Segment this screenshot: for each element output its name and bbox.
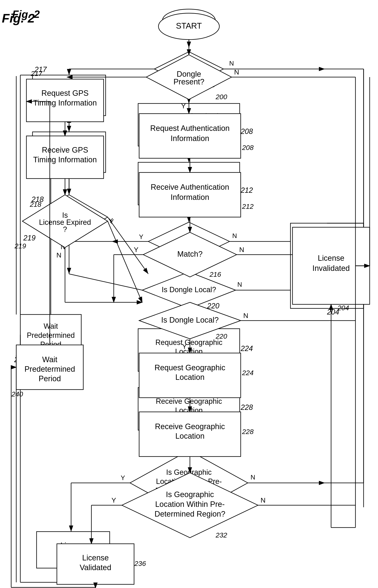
- lic-valid-t2: Validated: [80, 563, 111, 572]
- label-217: 217: [31, 70, 43, 77]
- label-228: 228: [242, 428, 254, 435]
- wait-t2: Predetermined: [24, 365, 75, 373]
- geo-within-t3: Determined Region?: [155, 510, 226, 518]
- y-dongle-present: Y: [181, 102, 186, 110]
- recv-auth-t2: Information: [171, 193, 209, 202]
- fig-label: Fig. 2: [2, 11, 35, 25]
- dongle-local-text: Is Dongle Local?: [161, 316, 218, 324]
- n-dongle-local: N: [243, 312, 248, 319]
- n-geo-within: N: [261, 496, 266, 504]
- n-match: N: [239, 246, 244, 254]
- recv-gps-t1: Receive GPS: [42, 146, 88, 154]
- label-216: 216: [209, 270, 221, 278]
- req-auth-t2: Information: [171, 134, 209, 143]
- req-gps-t2: Timing Information: [33, 99, 97, 107]
- start-text: START: [176, 21, 202, 30]
- req-geo-t1: Request Geographic: [155, 363, 226, 372]
- geo-within-t2: Location Within Pre-: [155, 500, 225, 509]
- label-224: 224: [242, 369, 254, 377]
- wait-t3: Period: [39, 374, 61, 383]
- lic-valid-t1: License: [82, 553, 109, 562]
- lic-invalid-t2: Invalidated: [312, 264, 350, 272]
- recv-geo-t2: Location: [175, 432, 204, 440]
- y-geo-within: Y: [111, 496, 116, 504]
- dongle-present-t1: Dongle: [177, 70, 201, 78]
- label-219: 219: [14, 242, 26, 250]
- label-220: 220: [216, 332, 227, 340]
- y-lic-exp: Y: [108, 217, 113, 224]
- recv-geo-t1: Receive Geographic: [155, 422, 225, 431]
- y-dongle-local: Y: [182, 343, 187, 350]
- lic-invalid-t1: License: [318, 254, 344, 262]
- label-212: 212: [242, 203, 254, 210]
- lic-exp-t3: ?: [63, 225, 67, 233]
- label-232: 232: [216, 531, 227, 539]
- req-auth-t1: Request Authentication: [150, 124, 230, 132]
- label-200: 200: [216, 93, 227, 101]
- label-204: 204: [337, 304, 349, 312]
- req-gps-t1: Request GPS: [41, 89, 89, 97]
- label-236: 236: [134, 560, 146, 567]
- geo-within-t1: Is Geographic: [166, 490, 214, 499]
- match-text: Match?: [177, 250, 203, 258]
- recv-auth-t1: Receive Authentication: [151, 183, 229, 191]
- dongle-present-t2: Present?: [174, 77, 204, 86]
- req-geo-t2: Location: [175, 373, 204, 382]
- recv-gps-t2: Timing Information: [33, 155, 97, 164]
- n-lic-exp: N: [56, 251, 62, 259]
- label-240: 240: [11, 390, 23, 398]
- flowchart-clean: Fig. 2 START Dongle Present? 200 N Y Req…: [0, 0, 378, 588]
- n-dongle-present: N: [234, 68, 239, 76]
- y-match: Y: [134, 246, 138, 254]
- label-218: 218: [30, 201, 41, 208]
- page: Fig. 2 START Dongle Present? 200 N Y Req…: [0, 0, 378, 588]
- svg-line-83: [108, 221, 142, 302]
- wait-t1: Wait: [42, 355, 57, 364]
- label-208: 208: [242, 144, 254, 151]
